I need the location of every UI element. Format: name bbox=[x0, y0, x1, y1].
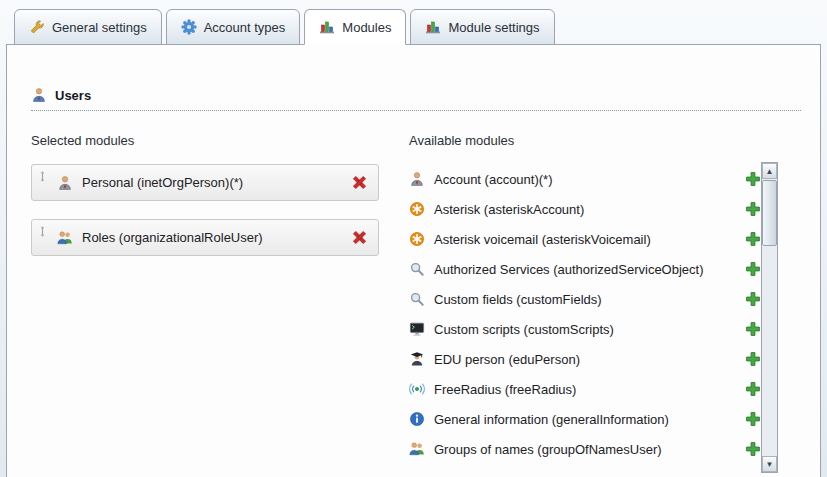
available-module-label: General information (generalInformation) bbox=[434, 412, 669, 427]
available-module-label: Custom scripts (customScripts) bbox=[434, 322, 614, 337]
add-module-button[interactable] bbox=[745, 261, 761, 277]
tab[interactable]: Account types bbox=[166, 9, 301, 45]
add-module-button[interactable] bbox=[745, 411, 761, 427]
add-module-button[interactable] bbox=[745, 321, 761, 337]
modules-panel: Users Selected modules Personal (inetOrg… bbox=[6, 44, 821, 477]
selected-module-label: Personal (inetOrgPerson)(*) bbox=[82, 175, 243, 190]
asterisk-icon bbox=[409, 231, 425, 247]
graduate-icon bbox=[409, 351, 425, 367]
add-module-button[interactable] bbox=[745, 171, 761, 187]
tab-label: General settings bbox=[52, 20, 147, 35]
add-module-button[interactable] bbox=[745, 441, 761, 457]
chart-icon bbox=[319, 19, 335, 35]
available-module-row: Asterisk voicemail (asteriskVoicemail) bbox=[409, 224, 761, 254]
scroll-down-icon[interactable]: ▼ bbox=[762, 456, 777, 472]
selected-modules-column: Selected modules Personal (inetOrgPerson… bbox=[31, 133, 379, 464]
tab-bar: General settings Account types Modules M… bbox=[14, 9, 555, 45]
add-module-button[interactable] bbox=[745, 201, 761, 217]
account-type-section-header: Users bbox=[31, 87, 801, 111]
available-module-label: Asterisk (asteriskAccount) bbox=[434, 202, 584, 217]
available-module-row: General information (generalInformation) bbox=[409, 404, 761, 434]
scroll-up-icon[interactable]: ▲ bbox=[762, 163, 777, 179]
asterisk-icon bbox=[409, 201, 425, 217]
lam-configuration-page: General settings Account types Modules M… bbox=[0, 0, 827, 477]
available-modules-scrollbar[interactable]: ▲ ▼ bbox=[761, 162, 778, 473]
selected-module-row: Personal (inetOrgPerson)(*) bbox=[31, 164, 379, 201]
selected-module-row: Roles (organizationalRoleUser) bbox=[31, 219, 379, 256]
available-module-row: Account (account)(*) bbox=[409, 164, 761, 194]
available-module-label: EDU person (eduPerson) bbox=[434, 352, 580, 367]
remove-module-button[interactable] bbox=[351, 229, 368, 246]
chart-icon bbox=[425, 19, 441, 35]
available-module-row: Authorized Services (authorizedServiceOb… bbox=[409, 254, 761, 284]
person-icon bbox=[409, 171, 425, 187]
group-icon bbox=[409, 441, 425, 457]
drag-handle-icon[interactable] bbox=[37, 169, 48, 184]
available-module-label: Account (account)(*) bbox=[434, 172, 553, 187]
available-module-label: Groups of names (groupOfNamesUser) bbox=[434, 442, 662, 457]
tab[interactable]: General settings bbox=[14, 9, 162, 45]
badge-icon bbox=[181, 19, 197, 35]
wrench-icon bbox=[29, 19, 45, 35]
info-icon bbox=[409, 411, 425, 427]
available-modules-heading: Available modules bbox=[409, 133, 761, 148]
available-modules-column: Available modules Account (account)(*) A… bbox=[409, 133, 761, 464]
tab-label: Account types bbox=[204, 20, 286, 35]
selected-module-label: Roles (organizationalRoleUser) bbox=[82, 230, 263, 245]
tab-label: Module settings bbox=[448, 20, 539, 35]
tab[interactable]: Module settings bbox=[410, 9, 554, 45]
tab-label: Modules bbox=[342, 20, 391, 35]
available-module-label: Asterisk voicemail (asteriskVoicemail) bbox=[434, 232, 651, 247]
section-title: Users bbox=[55, 88, 91, 103]
person-icon bbox=[57, 175, 73, 191]
available-module-row: EDU person (eduPerson) bbox=[409, 344, 761, 374]
add-module-button[interactable] bbox=[745, 231, 761, 247]
drag-handle-icon[interactable] bbox=[37, 224, 48, 239]
magnifier-icon bbox=[409, 291, 425, 307]
available-module-row: FreeRadius (freeRadius) bbox=[409, 374, 761, 404]
selected-modules-heading: Selected modules bbox=[31, 133, 379, 148]
add-module-button[interactable] bbox=[745, 381, 761, 397]
radius-icon bbox=[409, 381, 425, 397]
terminal-icon bbox=[409, 321, 425, 337]
available-module-row: Groups of names (groupOfNamesUser) bbox=[409, 434, 761, 464]
tab[interactable]: Modules bbox=[304, 9, 406, 45]
group-icon bbox=[57, 230, 73, 246]
selected-modules-list: Personal (inetOrgPerson)(*) Roles (organ… bbox=[31, 164, 379, 256]
scrollbar-thumb[interactable] bbox=[762, 180, 777, 246]
add-module-button[interactable] bbox=[745, 351, 761, 367]
magnifier-icon bbox=[409, 261, 425, 277]
add-module-button[interactable] bbox=[745, 291, 761, 307]
available-module-label: Custom fields (customFields) bbox=[434, 292, 602, 307]
available-module-row: Custom fields (customFields) bbox=[409, 284, 761, 314]
module-columns: Selected modules Personal (inetOrgPerson… bbox=[31, 133, 820, 464]
available-module-label: FreeRadius (freeRadius) bbox=[434, 382, 576, 397]
available-module-row: Custom scripts (customScripts) bbox=[409, 314, 761, 344]
available-modules-list: Account (account)(*) Asterisk (asteriskA… bbox=[409, 164, 761, 464]
remove-module-button[interactable] bbox=[351, 174, 368, 191]
available-module-label: Authorized Services (authorizedServiceOb… bbox=[434, 262, 704, 277]
users-icon bbox=[31, 87, 47, 103]
available-module-row: Asterisk (asteriskAccount) bbox=[409, 194, 761, 224]
